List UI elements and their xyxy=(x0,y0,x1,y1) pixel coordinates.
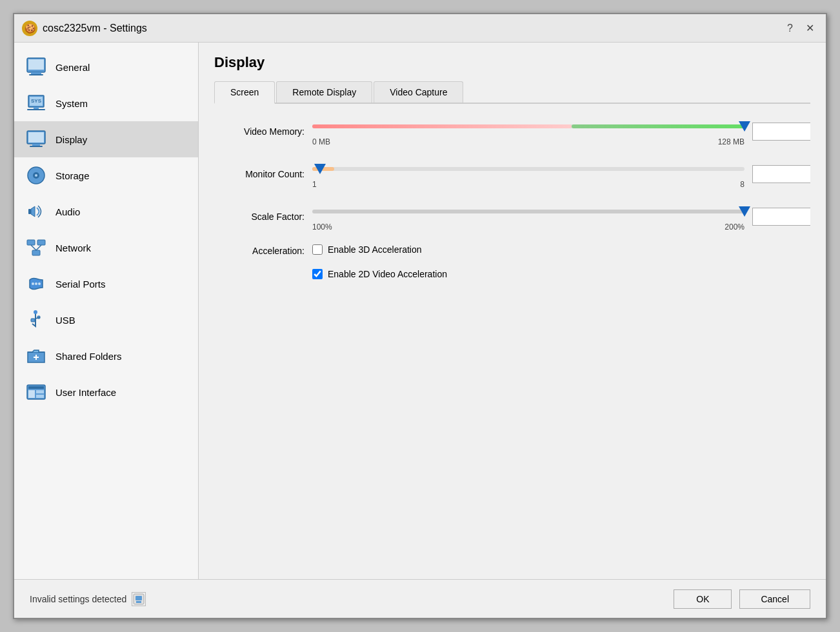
accel-3d-row: Enable 3D Acceleration xyxy=(312,244,447,255)
tab-screen[interactable]: Screen xyxy=(214,81,275,104)
right-panel: Display Screen Remote Display Video Capt… xyxy=(199,43,826,579)
monitor-count-label: Monitor Count: xyxy=(214,169,305,179)
cancel-button[interactable]: Cancel xyxy=(739,589,810,609)
scale-factor-spinbox[interactable]: ▲ ▼ xyxy=(752,208,810,226)
sidebar-item-shared-folders[interactable]: Shared Folders xyxy=(14,338,198,374)
video-memory-thumb[interactable] xyxy=(739,121,750,132)
svg-rect-10 xyxy=(28,132,44,143)
svg-rect-1 xyxy=(28,59,44,70)
monitor-count-max: 8 xyxy=(740,180,745,189)
sidebar-item-storage[interactable]: Storage xyxy=(14,157,198,193)
scale-factor-thumb[interactable] xyxy=(739,206,750,217)
tab-remote-display[interactable]: Remote Display xyxy=(276,81,372,103)
sidebar-label-display: Display xyxy=(55,134,87,145)
svg-rect-37 xyxy=(135,596,142,600)
sidebar-label-usb: USB xyxy=(55,315,75,326)
shared-folders-icon xyxy=(25,344,48,368)
audio-icon xyxy=(25,200,48,223)
svg-text:SYS: SYS xyxy=(31,98,42,104)
scale-factor-min: 100% xyxy=(312,222,332,232)
svg-rect-34 xyxy=(36,390,44,393)
system-icon: SYS xyxy=(25,92,48,115)
accel-3d-label: Enable 3D Acceleration xyxy=(328,244,422,255)
help-button[interactable]: ? xyxy=(783,21,797,35)
monitor-count-track xyxy=(312,167,745,171)
svg-rect-38 xyxy=(136,601,139,603)
general-icon xyxy=(25,55,48,79)
svg-rect-11 xyxy=(32,144,40,146)
scale-factor-value[interactable] xyxy=(753,208,810,225)
video-memory-spinbox[interactable]: ▲ ▼ xyxy=(752,123,810,141)
settings-area: Video Memory: 0 MB 128 MB xyxy=(214,117,810,579)
svg-rect-35 xyxy=(36,395,44,398)
tab-bar: Screen Remote Display Video Capture xyxy=(214,81,810,104)
tab-video-capture[interactable]: Video Capture xyxy=(374,81,463,103)
sidebar: General SYS System xyxy=(14,43,199,579)
sidebar-item-general[interactable]: General xyxy=(14,49,198,85)
svg-rect-6 xyxy=(34,107,39,109)
scale-factor-track xyxy=(312,210,745,213)
monitor-count-slider-wrap[interactable] xyxy=(312,159,745,179)
sidebar-label-shared-folders: Shared Folders xyxy=(55,351,122,362)
accel-3d-checkbox[interactable] xyxy=(312,244,323,255)
storage-icon xyxy=(25,164,48,187)
scale-factor-max: 200% xyxy=(725,222,745,232)
video-memory-label: Video Memory: xyxy=(214,126,305,137)
svg-rect-33 xyxy=(28,390,35,398)
sidebar-label-general: General xyxy=(55,62,90,73)
svg-rect-2 xyxy=(31,72,41,74)
monitor-count-spinbox[interactable]: ▲ ▼ xyxy=(752,165,810,183)
svg-point-25 xyxy=(34,310,37,314)
sidebar-label-storage: Storage xyxy=(55,170,90,181)
svg-rect-39 xyxy=(139,601,141,603)
sidebar-item-serial-ports[interactable]: Serial Ports xyxy=(14,266,198,302)
scale-factor-label: Scale Factor: xyxy=(214,212,305,222)
video-memory-slider-wrap[interactable] xyxy=(312,117,745,136)
display-icon xyxy=(25,128,48,151)
video-memory-fill-red xyxy=(312,124,572,128)
sidebar-label-serial-ports: Serial Ports xyxy=(55,279,106,290)
sidebar-item-display[interactable]: Display xyxy=(14,121,198,157)
svg-rect-16 xyxy=(28,209,31,214)
footer: Invalid settings detected OK Cancel xyxy=(14,579,826,618)
footer-status-text: Invalid settings detected xyxy=(30,594,126,604)
acceleration-section: Acceleration: Enable 3D Acceleration Ena… xyxy=(214,244,810,287)
user-interface-icon xyxy=(25,380,48,404)
monitor-count-slider-container: 1 8 xyxy=(312,159,745,189)
sidebar-item-usb[interactable]: USB xyxy=(14,302,198,338)
svg-rect-17 xyxy=(27,240,35,245)
sidebar-label-audio: Audio xyxy=(55,206,80,217)
footer-status: Invalid settings detected xyxy=(30,592,146,606)
main-content: General SYS System xyxy=(14,43,826,579)
video-memory-value[interactable] xyxy=(753,123,810,140)
accel-2d-checkbox[interactable] xyxy=(312,269,323,279)
sidebar-item-audio[interactable]: Audio xyxy=(14,193,198,230)
serial-ports-icon xyxy=(25,272,48,295)
accel-2d-row: Enable 2D Video Acceleration xyxy=(312,269,447,279)
app-icon: 🍪 xyxy=(22,21,37,36)
ok-button[interactable]: OK xyxy=(674,589,732,609)
sidebar-item-system[interactable]: SYS System xyxy=(14,85,198,121)
svg-rect-18 xyxy=(37,240,45,245)
svg-rect-12 xyxy=(30,146,43,147)
close-button[interactable]: ✕ xyxy=(802,21,818,35)
sidebar-label-user-interface: User Interface xyxy=(55,387,116,398)
svg-line-20 xyxy=(31,245,36,250)
sidebar-item-network[interactable]: Network xyxy=(14,230,198,266)
title-bar: 🍪 cosc2325vm - Settings ? ✕ xyxy=(14,14,826,43)
svg-point-24 xyxy=(38,282,41,285)
svg-point-15 xyxy=(35,174,37,177)
video-memory-fill-green xyxy=(572,124,745,128)
usb-icon xyxy=(25,308,48,331)
scale-factor-slider-wrap[interactable] xyxy=(312,202,745,221)
acceleration-checks: Enable 3D Acceleration Enable 2D Video A… xyxy=(312,244,447,287)
monitor-count-thumb[interactable] xyxy=(314,164,326,174)
svg-rect-26 xyxy=(31,319,35,322)
monitor-count-value[interactable] xyxy=(753,166,810,183)
video-memory-min: 0 MB xyxy=(312,137,330,146)
monitor-count-labels: 1 8 xyxy=(312,180,745,189)
sidebar-item-user-interface[interactable]: User Interface xyxy=(14,374,198,410)
warning-icon xyxy=(132,592,146,606)
video-memory-slider-container: 0 MB 128 MB xyxy=(312,117,745,146)
monitor-count-min: 1 xyxy=(312,180,317,189)
